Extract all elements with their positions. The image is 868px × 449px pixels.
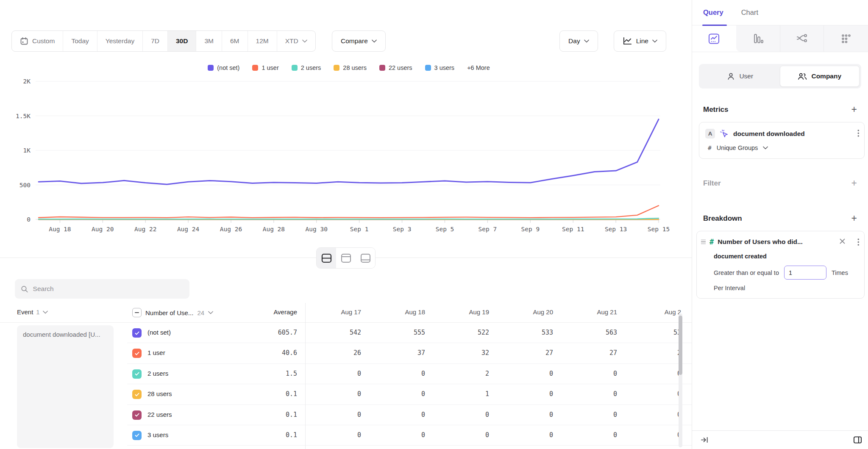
row-checkbox[interactable] <box>132 328 142 338</box>
row-value: 37 <box>369 349 425 357</box>
row-average: 605.7 <box>220 329 297 336</box>
search-input[interactable] <box>33 285 184 293</box>
filter-section-header: Filter + <box>692 178 868 188</box>
split-view-icon <box>321 253 332 263</box>
toggle-company-label: Company <box>811 72 841 80</box>
check-icon <box>134 330 140 336</box>
metric-kebab-menu[interactable] <box>857 129 860 137</box>
row-value: 27 <box>497 349 553 357</box>
times-input[interactable] <box>784 266 826 280</box>
row-value: 0 <box>369 431 425 439</box>
drag-handle-icon[interactable] <box>701 240 706 244</box>
event-cursor-icon <box>720 129 729 138</box>
chevron-down-icon[interactable] <box>208 311 213 314</box>
row-average: 0.1 <box>220 411 297 419</box>
chart-type-bar-button[interactable] <box>736 25 780 52</box>
kebab-icon <box>857 129 860 137</box>
svg-text:0: 0 <box>27 216 31 223</box>
add-breakdown-button[interactable]: + <box>851 213 857 223</box>
per-interval-label[interactable]: Per Interval <box>714 285 859 291</box>
table-body: document downloaded [U... (not set)605.7… <box>0 323 692 446</box>
row-checkbox[interactable] <box>132 369 142 379</box>
timeseries-chart: 05001K1.5K2KAug 18Aug 20Aug 22Aug 24Aug … <box>0 0 692 237</box>
add-filter-button[interactable]: + <box>851 178 857 188</box>
tab-query[interactable]: Query <box>703 8 723 17</box>
metric-badge: A <box>705 129 715 139</box>
minus-icon <box>134 310 139 315</box>
check-icon <box>134 432 140 438</box>
breakdown-property[interactable]: Number of Users who did... <box>718 238 803 246</box>
svg-text:500: 500 <box>19 182 31 188</box>
chart-type-line-button[interactable] <box>692 25 736 52</box>
svg-text:Aug 26: Aug 26 <box>220 226 242 233</box>
row-value: 0 <box>305 431 361 439</box>
event-count: 1 <box>36 308 39 316</box>
svg-text:Aug 30: Aug 30 <box>306 226 328 233</box>
svg-text:Aug 22: Aug 22 <box>134 226 156 233</box>
row-checkbox[interactable] <box>132 349 142 358</box>
select-all-checkbox[interactable] <box>132 308 142 317</box>
add-metric-button[interactable]: + <box>851 105 857 114</box>
date-column-header: Aug 17 <box>305 308 361 316</box>
row-value: 0 <box>625 370 681 377</box>
svg-text:1K: 1K <box>23 147 31 154</box>
toggle-user[interactable]: User <box>701 66 780 87</box>
row-label: 3 users <box>147 431 168 438</box>
row-value: 27 <box>561 349 617 357</box>
chart-type-flow-button[interactable] <box>780 25 824 52</box>
search-box <box>15 279 189 299</box>
row-value: 0 <box>497 431 553 439</box>
search-icon <box>21 285 28 293</box>
row-value: 0 <box>433 411 489 419</box>
row-checkbox[interactable] <box>132 431 142 440</box>
breakdown-title: Breakdown <box>703 214 742 223</box>
layout-chart-only-button[interactable] <box>336 248 356 268</box>
svg-text:Aug 28: Aug 28 <box>263 226 285 233</box>
app-root: CustomTodayYesterday7D30D3M6M12MXTD Comp… <box>0 0 868 449</box>
event-column-header[interactable]: Event 1 <box>17 308 48 316</box>
row-average: 1.5 <box>220 370 297 377</box>
date-column-header: Aug 18 <box>369 308 425 316</box>
row-value: 26 <box>305 349 361 357</box>
row-value: 563 <box>561 329 617 336</box>
condition-label[interactable]: Greater than or equal to <box>714 269 779 276</box>
breakdown-count: 24 <box>197 309 204 316</box>
row-checkbox[interactable] <box>132 390 142 399</box>
breakdown-column-header: Number of Use... 24 <box>132 308 213 317</box>
layout-table-only-button[interactable] <box>356 248 375 268</box>
row-value: 0 <box>305 390 361 398</box>
chart-type-grid-button[interactable] <box>824 25 868 52</box>
table-scrollbar[interactable] <box>679 316 682 375</box>
breakdown-kebab-menu[interactable] <box>857 238 860 246</box>
breakdown-condition-row: Greater than or equal to Times <box>714 266 859 280</box>
measure-label: Unique Groups <box>717 144 758 151</box>
breakdown-close-button[interactable] <box>839 238 846 244</box>
row-value: 2 <box>433 370 489 377</box>
row-value: 32 <box>433 349 489 357</box>
breakdown-event[interactable]: document created <box>714 253 859 260</box>
row-value: 2 <box>625 349 681 357</box>
row-label: (not set) <box>147 329 171 336</box>
layout-split-button[interactable] <box>317 248 336 268</box>
collapse-panel-icon[interactable] <box>701 436 709 444</box>
chevron-down-icon <box>43 310 48 314</box>
metric-card[interactable]: A document downloaded # Unique Groups <box>699 122 865 159</box>
toggle-company[interactable]: Company <box>780 66 860 87</box>
metric-measure-row[interactable]: # Unique Groups <box>708 144 858 151</box>
side-panel-icon[interactable] <box>853 436 862 444</box>
row-value: 0 <box>497 370 553 377</box>
row-value: 0 <box>369 411 425 419</box>
close-icon <box>839 238 846 244</box>
row-value: 0 <box>433 431 489 439</box>
active-tab-underline <box>702 25 727 26</box>
panel-tabs: Query Chart <box>692 0 868 25</box>
row-checkbox[interactable] <box>132 410 142 420</box>
row-value: 1 <box>433 390 489 398</box>
row-average: 0.1 <box>220 431 297 439</box>
row-value: 0 <box>561 431 617 439</box>
metric-card-row: A document downloaded <box>705 129 858 139</box>
entity-toggle: User Company <box>699 64 861 89</box>
line-chart-panel-icon <box>708 33 720 44</box>
tab-chart[interactable]: Chart <box>741 8 758 17</box>
row-value: 0 <box>305 370 361 377</box>
